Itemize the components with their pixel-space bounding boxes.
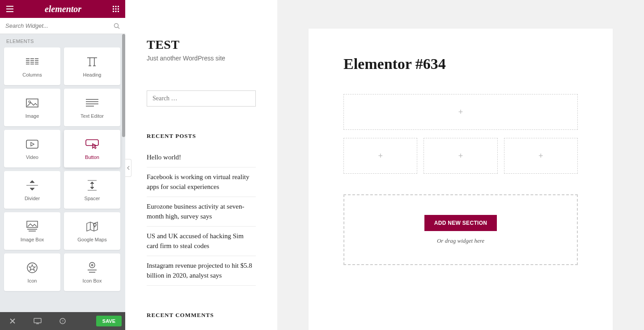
svg-point-11: [29, 101, 30, 103]
widget-label: Spacer: [85, 196, 100, 201]
svg-rect-7: [115, 11, 117, 12]
svg-rect-6: [113, 11, 114, 12]
site-tagline: Just another WordPress site: [147, 55, 256, 62]
widget-label: Divider: [25, 196, 40, 201]
page-canvas: Elementor #634 + + + + ADD NEW SECTION O…: [309, 29, 613, 330]
svg-text:?: ?: [62, 319, 64, 323]
svg-rect-4: [115, 9, 117, 10]
widgets-list: Columns Heading Image Text Editor: [0, 47, 125, 312]
drag-hint: Or drag widget here: [353, 237, 568, 244]
spacer-icon: [88, 179, 97, 192]
post-link[interactable]: Instagram revenue projected to hit $5.8 …: [147, 256, 256, 286]
widget-search-input[interactable]: [5, 22, 114, 29]
svg-rect-5: [118, 9, 119, 10]
svg-rect-10: [26, 99, 38, 107]
widget-spacer[interactable]: Spacer: [64, 171, 120, 209]
video-icon: [26, 137, 38, 151]
recent-posts-heading: RECENT POSTS: [147, 133, 256, 140]
recent-comments-heading: RECENT COMMENTS: [147, 312, 256, 319]
text-editor-icon: [86, 96, 98, 110]
plus-icon: +: [378, 151, 383, 161]
brand-logo: elementor: [45, 4, 81, 14]
widget-image[interactable]: Image: [4, 89, 60, 126]
widget-label: Google Maps: [77, 237, 106, 242]
scrollbar-thumb[interactable]: [122, 34, 125, 137]
post-link[interactable]: Hello world!: [147, 148, 256, 167]
add-section-area[interactable]: ADD NEW SECTION Or drag widget here: [343, 194, 578, 265]
plus-icon: +: [458, 151, 463, 161]
panel-header: elementor: [0, 0, 125, 18]
empty-column[interactable]: +: [424, 138, 497, 174]
widget-label: Image: [25, 113, 39, 119]
icon-box-icon: [87, 261, 97, 274]
svg-rect-3: [113, 9, 114, 10]
post-link[interactable]: Facebook is working on virtual reality a…: [147, 167, 256, 197]
svg-rect-13: [86, 140, 98, 146]
empty-column[interactable]: +: [504, 138, 578, 174]
widget-icon-box[interactable]: Icon Box: [64, 253, 120, 291]
canvas-wrapper: Elementor #634 + + + + ADD NEW SECTION O…: [277, 0, 644, 330]
recent-posts-list: Hello world! Facebook is working on virt…: [147, 148, 256, 286]
collapse-panel-icon[interactable]: [125, 159, 131, 177]
panel-footer: ? SAVE: [0, 312, 125, 330]
search-icon: [114, 23, 120, 29]
site-search-input[interactable]: [147, 90, 256, 107]
plus-icon: +: [538, 151, 543, 161]
widget-video[interactable]: Video: [4, 130, 60, 167]
widget-button[interactable]: Button: [64, 130, 120, 167]
widget-icon[interactable]: Icon: [4, 253, 60, 291]
widget-columns[interactable]: Columns: [4, 47, 60, 85]
widget-text-editor[interactable]: Text Editor: [64, 89, 120, 126]
page-title: Elementor #634: [343, 56, 578, 73]
responsive-icon[interactable]: [25, 318, 50, 324]
widget-label: Icon: [28, 278, 37, 283]
widget-label: Image Box: [21, 237, 44, 242]
post-link[interactable]: US and UK accused of hacking Sim card fi…: [147, 227, 256, 256]
close-icon[interactable]: [0, 318, 25, 324]
widget-label: Columns: [22, 72, 42, 77]
plus-icon: +: [458, 107, 463, 117]
heading-icon: [85, 55, 99, 69]
columns-icon: [26, 55, 38, 69]
site-search[interactable]: [147, 90, 256, 107]
svg-rect-12: [26, 140, 38, 148]
svg-rect-2: [118, 6, 119, 7]
elements-label: ELEMENTS: [0, 34, 125, 47]
section-row-1: +: [343, 94, 578, 130]
preview-area: TEST Just another WordPress site RECENT …: [125, 0, 644, 330]
widget-label: Button: [85, 154, 99, 160]
image-box-icon: [26, 220, 38, 233]
svg-rect-1: [115, 6, 117, 7]
button-icon: [85, 137, 99, 151]
svg-point-9: [114, 23, 119, 27]
elementor-panel: elementor ELEMENTS Columns: [0, 0, 125, 330]
widget-label: Video: [26, 154, 38, 160]
empty-column[interactable]: +: [343, 138, 417, 174]
widget-search[interactable]: [0, 18, 125, 34]
save-button[interactable]: SAVE: [96, 316, 122, 326]
map-icon: [86, 220, 98, 233]
widget-label: Icon Box: [83, 278, 102, 283]
star-icon: [26, 261, 38, 274]
widget-label: Heading: [83, 72, 102, 77]
widget-google-maps[interactable]: Google Maps: [64, 212, 120, 250]
widget-image-box[interactable]: Image Box: [4, 212, 60, 250]
widgets-grid-icon[interactable]: [113, 6, 119, 12]
add-section-button[interactable]: ADD NEW SECTION: [424, 215, 497, 231]
divider-icon: [26, 179, 38, 192]
menu-icon[interactable]: [6, 6, 13, 12]
help-icon[interactable]: ?: [50, 318, 75, 324]
svg-rect-0: [113, 6, 114, 7]
wp-site-sidebar: TEST Just another WordPress site RECENT …: [125, 0, 277, 330]
svg-rect-18: [34, 318, 41, 323]
svg-rect-8: [118, 11, 119, 12]
widget-heading[interactable]: Heading: [64, 47, 120, 85]
empty-column[interactable]: +: [343, 94, 578, 130]
image-icon: [26, 96, 38, 110]
svg-rect-14: [27, 221, 38, 227]
site-title[interactable]: TEST: [147, 38, 256, 52]
section-row-2: + + +: [343, 138, 578, 174]
widget-label: Text Editor: [80, 113, 104, 119]
widget-divider[interactable]: Divider: [4, 171, 60, 209]
post-link[interactable]: Eurozone business activity at seven-mont…: [147, 197, 256, 227]
